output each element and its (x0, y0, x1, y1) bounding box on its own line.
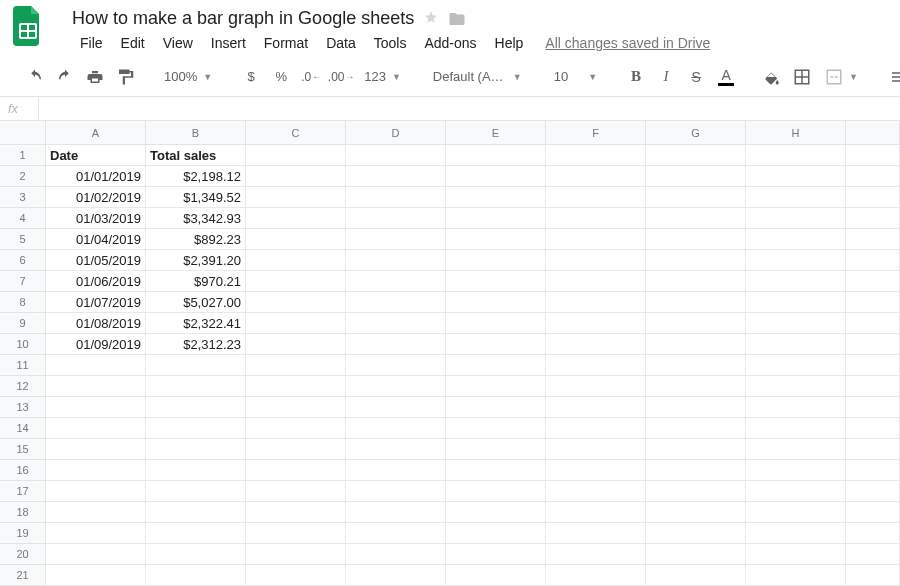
cell[interactable] (146, 481, 246, 502)
row-header[interactable]: 7 (0, 271, 46, 292)
decrease-decimal-button[interactable]: .0← (298, 64, 324, 90)
row-header[interactable]: 10 (0, 334, 46, 355)
row-header[interactable]: 1 (0, 145, 46, 166)
cell[interactable] (646, 418, 746, 439)
more-formats-dropdown[interactable]: 123 ▼ (358, 64, 407, 90)
cell[interactable] (46, 376, 146, 397)
cell[interactable] (446, 523, 546, 544)
column-header[interactable]: D (346, 121, 446, 145)
cell[interactable] (646, 481, 746, 502)
cell[interactable] (646, 565, 746, 586)
cell[interactable] (246, 334, 346, 355)
document-title[interactable]: How to make a bar graph in Google sheets (72, 8, 414, 29)
cell[interactable]: $2,322.41 (146, 313, 246, 334)
font-family-dropdown[interactable]: Default (Ari... ▼ (427, 64, 528, 90)
cell[interactable] (746, 376, 846, 397)
cell[interactable] (846, 187, 900, 208)
cell[interactable] (846, 313, 900, 334)
cell[interactable] (46, 355, 146, 376)
cell[interactable] (746, 292, 846, 313)
cell[interactable] (846, 502, 900, 523)
cell[interactable] (846, 523, 900, 544)
menu-data[interactable]: Data (318, 33, 364, 53)
cell[interactable] (546, 271, 646, 292)
paint-format-button[interactable] (112, 64, 138, 90)
cell[interactable] (546, 313, 646, 334)
cell[interactable]: Date (46, 145, 146, 166)
cell[interactable] (846, 565, 900, 586)
cell[interactable] (146, 523, 246, 544)
column-header[interactable]: A (46, 121, 146, 145)
menu-format[interactable]: Format (256, 33, 316, 53)
menu-edit[interactable]: Edit (113, 33, 153, 53)
cell[interactable] (746, 418, 846, 439)
cell[interactable] (846, 355, 900, 376)
cell[interactable] (846, 271, 900, 292)
cell[interactable] (446, 250, 546, 271)
cell[interactable]: 01/03/2019 (46, 208, 146, 229)
cell[interactable] (346, 271, 446, 292)
cell[interactable]: 01/09/2019 (46, 334, 146, 355)
cell[interactable] (146, 418, 246, 439)
cell[interactable]: Total sales (146, 145, 246, 166)
cell[interactable] (746, 313, 846, 334)
cell[interactable]: $3,342.93 (146, 208, 246, 229)
cell[interactable]: $5,027.00 (146, 292, 246, 313)
format-percent-button[interactable]: % (268, 64, 294, 90)
cell[interactable]: 01/02/2019 (46, 187, 146, 208)
menu-help[interactable]: Help (487, 33, 532, 53)
cell[interactable] (646, 544, 746, 565)
cell[interactable] (646, 208, 746, 229)
cell[interactable] (446, 313, 546, 334)
row-header[interactable]: 16 (0, 460, 46, 481)
menu-insert[interactable]: Insert (203, 33, 254, 53)
cell[interactable] (246, 523, 346, 544)
cell[interactable] (746, 460, 846, 481)
cell[interactable] (746, 334, 846, 355)
cell[interactable] (846, 250, 900, 271)
cell[interactable] (546, 355, 646, 376)
menu-file[interactable]: File (72, 33, 111, 53)
cell[interactable] (846, 418, 900, 439)
cell[interactable] (846, 292, 900, 313)
cell[interactable] (446, 271, 546, 292)
cell[interactable] (846, 334, 900, 355)
cell[interactable] (246, 460, 346, 481)
print-button[interactable] (82, 64, 108, 90)
cell[interactable] (846, 439, 900, 460)
cell[interactable] (346, 565, 446, 586)
cell[interactable] (146, 502, 246, 523)
merge-cells-dropdown[interactable]: ▼ (819, 64, 864, 90)
cell[interactable] (646, 397, 746, 418)
cell[interactable]: $970.21 (146, 271, 246, 292)
save-status[interactable]: All changes saved in Drive (545, 35, 710, 51)
cell[interactable] (246, 376, 346, 397)
cell[interactable] (246, 229, 346, 250)
horizontal-align-dropdown[interactable]: ▼ (884, 64, 900, 90)
cell[interactable] (246, 544, 346, 565)
cell[interactable] (246, 166, 346, 187)
undo-button[interactable] (22, 64, 48, 90)
cell[interactable] (346, 481, 446, 502)
cell[interactable] (746, 208, 846, 229)
font-size-dropdown[interactable]: 10 ▼ (548, 64, 603, 90)
cell[interactable] (846, 376, 900, 397)
cell[interactable] (746, 271, 846, 292)
cell[interactable] (446, 418, 546, 439)
cell[interactable] (246, 439, 346, 460)
cell[interactable] (246, 481, 346, 502)
cell[interactable] (846, 166, 900, 187)
cell[interactable] (446, 187, 546, 208)
cell[interactable] (346, 229, 446, 250)
cell[interactable] (46, 397, 146, 418)
cell[interactable] (146, 544, 246, 565)
cell[interactable] (46, 460, 146, 481)
cell[interactable]: $892.23 (146, 229, 246, 250)
cell[interactable] (446, 229, 546, 250)
cell[interactable] (746, 250, 846, 271)
borders-button[interactable] (789, 64, 815, 90)
cell[interactable] (446, 502, 546, 523)
select-all-corner[interactable] (0, 121, 46, 145)
column-header[interactable] (846, 121, 900, 145)
cell[interactable]: 01/05/2019 (46, 250, 146, 271)
